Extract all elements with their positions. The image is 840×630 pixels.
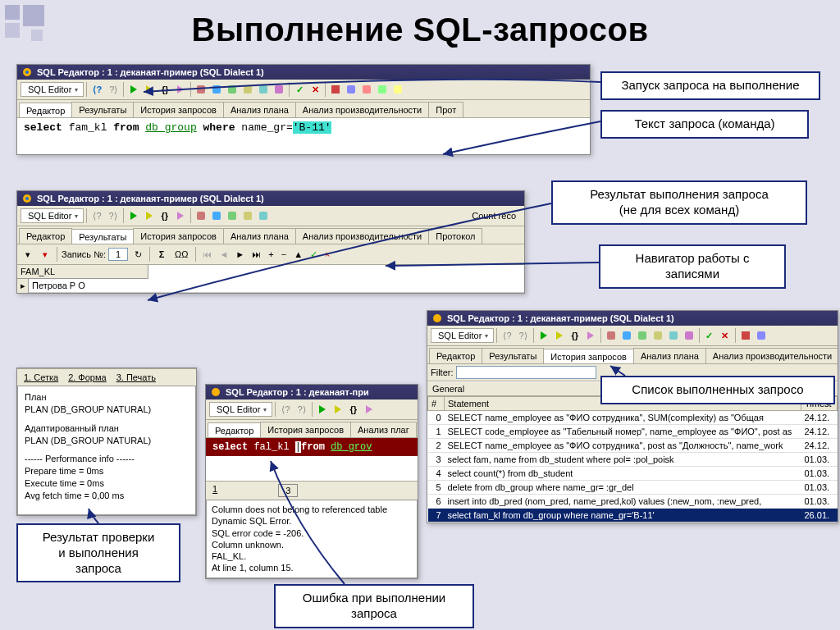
omega-icon[interactable]: ΩΩ	[171, 246, 191, 262]
filter-input[interactable]	[456, 366, 596, 379]
tab-results[interactable]: Результаты	[71, 102, 134, 117]
run-alt-button[interactable]	[142, 208, 157, 224]
page1-tab[interactable]: 1	[212, 484, 217, 497]
misc-button[interactable]	[738, 327, 753, 344]
nav-last[interactable]: ⏭	[249, 249, 263, 259]
sql-error-line[interactable]: select fal_kl |from db_grov	[206, 438, 418, 456]
tab-history[interactable]: История запросов	[260, 422, 351, 437]
tab-plan[interactable]: Анализ плана	[633, 348, 706, 363]
sql-editor-dropdown[interactable]: SQL Editor	[431, 328, 494, 343]
run-button[interactable]	[126, 81, 141, 98]
run-selection-button[interactable]	[173, 208, 188, 224]
tab-protocol[interactable]: Протокол	[428, 228, 482, 244]
titlebar[interactable]: SQL Редактор : 1 : деканаят-пример (SQL …	[17, 191, 524, 206]
help-button[interactable]: ⟨?	[278, 401, 293, 418]
misc-button[interactable]	[209, 208, 224, 224]
titlebar[interactable]: SQL Редактор : 1 : деканаят-пример (SQL …	[427, 311, 838, 326]
commit-button[interactable]: ✓	[292, 81, 307, 98]
misc-button[interactable]	[666, 327, 681, 344]
tab-results[interactable]: Результаты	[71, 229, 134, 244]
tab-editor[interactable]: Редактор	[208, 422, 261, 438]
tab-grid[interactable]: 1. Сетка	[24, 372, 58, 382]
braces-button[interactable]: {}	[568, 327, 582, 344]
tab-print[interactable]: 3. Печать	[116, 372, 156, 382]
nav-first[interactable]: ⏮	[200, 249, 214, 259]
tab-perf[interactable]: Анализ производительности	[295, 228, 429, 244]
rollback-button[interactable]: ✕	[308, 81, 322, 98]
new-button[interactable]	[194, 81, 208, 98]
nav-edit[interactable]: ▲	[291, 249, 305, 259]
nav-commit[interactable]: ✓	[308, 249, 320, 260]
misc2-button[interactable]	[344, 81, 358, 98]
cell-value[interactable]: Петрова Р О	[29, 279, 524, 293]
run-button[interactable]	[315, 401, 330, 418]
run-alt-button[interactable]	[552, 327, 567, 344]
nav-next[interactable]: ►	[233, 249, 247, 259]
sql-editor-dropdown[interactable]: SQL Editor	[209, 402, 272, 417]
tab-editor[interactable]: Редактор	[19, 228, 72, 244]
tab-form[interactable]: 2. Форма	[68, 372, 107, 382]
nav-del[interactable]: −	[279, 249, 289, 259]
rollback-button[interactable]: ✕	[718, 327, 733, 344]
help-button[interactable]: ⟨?	[500, 327, 514, 344]
help2-button[interactable]: ?⟩	[106, 81, 121, 98]
titlebar[interactable]: SQL Редактор : 1 : деканаят-при	[206, 385, 418, 399]
tab-history[interactable]: История запросов	[133, 102, 224, 117]
history-row[interactable]: 3select fam, name from db_student where …	[428, 453, 838, 467]
help2-button[interactable]: ?⟩	[294, 401, 309, 418]
history-row[interactable]: 2SELECT name_employee as "ФИО сотрудника…	[428, 439, 838, 453]
run-selection-button[interactable]	[583, 327, 598, 344]
tab-plan[interactable]: Анализ плана	[223, 102, 296, 117]
sum-icon[interactable]: Σ	[154, 246, 169, 262]
run-selection-button[interactable]	[173, 81, 188, 98]
braces-button[interactable]: {}	[158, 81, 172, 98]
run-selection-button[interactable]	[362, 401, 377, 418]
history-row[interactable]: 7select fam_kl from db_group where name_…	[428, 509, 838, 523]
run-button[interactable]	[536, 327, 551, 344]
help-button[interactable]: ⟨?	[89, 81, 105, 98]
run-button[interactable]	[126, 208, 141, 224]
paste-button[interactable]	[240, 81, 255, 98]
braces-button[interactable]: {}	[346, 401, 361, 418]
misc-button[interactable]	[240, 208, 255, 224]
history-row[interactable]: 5delete from db_group where name_gr= :gr…	[428, 481, 838, 495]
record-input[interactable]	[108, 248, 128, 261]
tab-plan[interactable]: Анализ плана	[223, 228, 296, 244]
tab-results[interactable]: Результаты	[482, 348, 544, 363]
nav-add[interactable]: +	[266, 249, 276, 259]
misc1-button[interactable]	[328, 81, 343, 98]
commit-button[interactable]: ✓	[702, 327, 717, 344]
filter-clear-icon[interactable]: ▾	[38, 246, 52, 262]
sql-editor-dropdown[interactable]: SQL Editor	[21, 208, 84, 223]
tab-editor[interactable]: Редактор	[19, 103, 72, 118]
export-button[interactable]	[256, 81, 271, 98]
misc-button[interactable]	[604, 327, 619, 344]
misc5-button[interactable]	[390, 81, 405, 98]
copy-button[interactable]	[225, 81, 240, 98]
sql-editor[interactable]: select fam_kl from db_group where name_g…	[17, 118, 590, 154]
misc-button[interactable]	[619, 327, 634, 344]
run-alt-button[interactable]	[142, 81, 157, 98]
run-alt-button[interactable]	[331, 401, 345, 418]
grid-button[interactable]	[209, 81, 224, 98]
tab-perf[interactable]: Анализ производительности	[295, 102, 429, 117]
misc-button[interactable]	[194, 208, 208, 224]
nav-prev[interactable]: ◄	[217, 249, 231, 259]
tab-plan[interactable]: Анализ плаг	[350, 422, 417, 437]
tab-protocol[interactable]: Прот	[428, 102, 463, 117]
braces-button[interactable]: {}	[158, 208, 172, 224]
history-row[interactable]: 4select count(*) from db_student01.03.	[428, 467, 838, 481]
misc-button[interactable]	[635, 327, 650, 344]
nav-cancel[interactable]: ×	[322, 249, 332, 259]
page3-tab[interactable]: 3	[278, 484, 298, 497]
col-num[interactable]: #	[428, 397, 445, 411]
misc4-button[interactable]	[375, 81, 390, 98]
history-row[interactable]: 1SELECT code_employee as "Табельный номе…	[428, 425, 838, 439]
help-button[interactable]: ⟨?	[89, 208, 104, 224]
refresh-icon[interactable]: ↻	[130, 246, 145, 262]
tab-history[interactable]: История запросов	[133, 228, 224, 244]
column-header[interactable]: FAM_KL	[17, 265, 148, 279]
plan-button[interactable]	[272, 81, 286, 98]
misc3-button[interactable]	[359, 81, 374, 98]
filter-icon[interactable]: ▾	[21, 246, 35, 262]
